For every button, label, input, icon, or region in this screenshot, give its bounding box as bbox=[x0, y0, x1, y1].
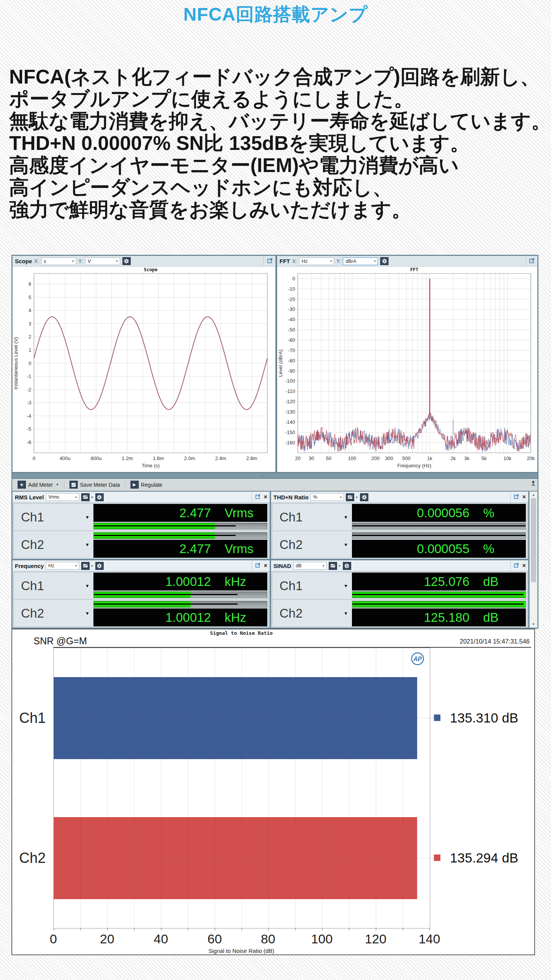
svg-text:2.4m: 2.4m bbox=[215, 455, 226, 461]
chevron-down-icon: ▼ bbox=[75, 565, 77, 567]
channel-selector[interactable]: Ch2▼ bbox=[14, 531, 93, 558]
meter-unit: % bbox=[483, 506, 521, 520]
svg-text:Scope: Scope bbox=[144, 267, 157, 272]
x-tick-label: 0 bbox=[38, 932, 69, 946]
pin-icon[interactable] bbox=[530, 480, 536, 487]
scope-y-units-combo[interactable]: V▼ bbox=[85, 257, 120, 265]
gear-icon[interactable] bbox=[380, 257, 389, 265]
meter-view-button[interactable] bbox=[81, 493, 90, 501]
chevron-down-icon: ▼ bbox=[56, 483, 59, 486]
popout-icon[interactable] bbox=[267, 257, 273, 265]
chevron-down-icon: ▼ bbox=[75, 496, 77, 499]
close-icon[interactable]: × bbox=[522, 494, 526, 500]
fft-chart: FFT 0-10-20-30-40-50-60-70-80-90-100-110… bbox=[277, 267, 537, 472]
meter-title: Frequency bbox=[15, 563, 44, 569]
svg-text:2: 2 bbox=[29, 334, 31, 340]
close-icon[interactable]: × bbox=[264, 563, 267, 569]
level-bar bbox=[93, 532, 267, 539]
chart-title: Signal to Noise Ratio bbox=[53, 630, 429, 636]
meter-view-button[interactable] bbox=[346, 493, 354, 501]
panel-splitter[interactable]: ⋯ ⋯ bbox=[12, 473, 538, 478]
meter-unit-combo[interactable]: Hz▼ bbox=[46, 562, 79, 570]
meter-view-button[interactable] bbox=[81, 562, 90, 570]
scroll-down-icon[interactable]: ▼ bbox=[532, 621, 535, 628]
toolbar-separator bbox=[125, 481, 125, 489]
intro-line: 高感度インイヤーモニター(IEM)や電力消費が高い bbox=[9, 154, 551, 176]
scope-x-units-combo[interactable]: s▼ bbox=[41, 257, 76, 265]
chevron-down-icon: ▼ bbox=[85, 515, 90, 520]
intro-line: ポータブルアンプに使えるようにしました。 bbox=[9, 88, 551, 110]
svg-text:-120: -120 bbox=[285, 399, 295, 404]
meter-body: Ch1▼1.00012kHzCh2▼1.00012kHz bbox=[13, 571, 270, 628]
meters-scrollbar[interactable]: ▲ ▼ bbox=[529, 491, 538, 628]
meter-unit-combo[interactable]: Vrms▼ bbox=[46, 493, 79, 501]
channel-display: 125.180dB bbox=[352, 600, 527, 626]
chevron-down-icon: ▼ bbox=[116, 260, 118, 262]
gear-icon[interactable] bbox=[122, 257, 131, 265]
meter-body: Ch1▼0.000056%Ch2▼0.000055% bbox=[271, 503, 528, 559]
intro-line: 強力で鮮明な音質をお楽しみいただけます。 bbox=[9, 198, 551, 220]
chevron-down-icon: ▼ bbox=[344, 611, 348, 616]
meter-display: 2.477Vrms bbox=[93, 504, 267, 522]
scroll-up-icon[interactable]: ▲ bbox=[532, 492, 535, 498]
channel-selector[interactable]: Ch1▼ bbox=[273, 573, 352, 599]
channel-selector[interactable]: Ch2▼ bbox=[273, 531, 352, 558]
chevron-down-icon: ▼ bbox=[344, 583, 348, 589]
popout-icon[interactable] bbox=[514, 562, 519, 570]
svg-text:5k: 5k bbox=[482, 455, 487, 461]
meter-unit-combo[interactable]: dB▼ bbox=[293, 562, 327, 570]
fft-y-units-combo[interactable]: dBrA▼ bbox=[343, 257, 378, 265]
meter-panel: RMS Level Vrms▼ ▼ × Ch1▼2.477VrmsCh2▼2.4… bbox=[12, 491, 270, 559]
meter-value: 0.000055 bbox=[417, 542, 469, 556]
toolbar-separator bbox=[64, 481, 64, 489]
svg-text:5: 5 bbox=[29, 294, 31, 300]
gear-icon[interactable] bbox=[343, 562, 351, 570]
snr-plot-area bbox=[53, 648, 430, 929]
x-tick-label: 40 bbox=[146, 932, 176, 946]
save-meter-data-button[interactable]: Save Meter Data bbox=[67, 480, 122, 490]
svg-text:30: 30 bbox=[309, 455, 314, 461]
snr-chart-panel: Signal to Noise Ratio SNR @G=M 2021/10/1… bbox=[11, 629, 535, 955]
page: NFCA回路搭載アンプ NFCA(ネスト化フィードバック合成アンプ)回路を刷新し… bbox=[0, 0, 551, 980]
level-bar bbox=[352, 591, 526, 598]
regulate-button[interactable]: ▶ Regulate bbox=[128, 480, 165, 490]
close-icon[interactable]: × bbox=[522, 563, 526, 569]
fft-panel: FFT X: Hz▼ Y: dBrA▼ FFT 0-10-20-30-40-50… bbox=[277, 256, 538, 472]
chevron-down-icon: ▼ bbox=[355, 496, 358, 499]
popout-icon[interactable] bbox=[255, 562, 261, 570]
channel-selector[interactable]: Ch1▼ bbox=[14, 504, 93, 530]
channel-selector[interactable]: Ch1▼ bbox=[273, 504, 352, 530]
popout-icon[interactable] bbox=[255, 494, 261, 501]
gear-icon[interactable] bbox=[95, 562, 104, 570]
channel-selector[interactable]: Ch1▼ bbox=[14, 573, 93, 599]
scope-panel: Scope X: s▼ Y: V▼ Scope 6543210-1-2-3-4-… bbox=[12, 256, 276, 472]
intro-line: THD+N 0.00007% SN比 135dBを実現しています。 bbox=[9, 132, 551, 154]
channel-display: 1.00012kHz bbox=[93, 600, 268, 626]
meter-value: 1.00012 bbox=[165, 610, 211, 625]
x-axis-label: X: bbox=[292, 259, 297, 264]
gear-icon[interactable] bbox=[95, 493, 104, 501]
add-meter-button[interactable]: + Add Meter ▼ bbox=[15, 480, 61, 490]
channel-selector[interactable]: Ch2▼ bbox=[14, 600, 93, 626]
scope-panel-title: Scope bbox=[15, 258, 32, 264]
chevron-down-icon: ▼ bbox=[374, 260, 376, 262]
gear-icon[interactable] bbox=[360, 493, 368, 501]
meter-value: 2.477 bbox=[179, 542, 211, 556]
meter-channel-row: Ch2▼1.00012kHz bbox=[14, 600, 268, 626]
level-bar bbox=[93, 601, 267, 608]
popout-icon[interactable] bbox=[514, 494, 519, 501]
scrollbar-thumb[interactable] bbox=[531, 498, 536, 582]
svg-text:-1: -1 bbox=[27, 373, 31, 379]
channel-name: Ch2 bbox=[280, 537, 303, 552]
meter-view-button[interactable] bbox=[329, 562, 337, 570]
channel-selector[interactable]: Ch2▼ bbox=[273, 600, 352, 626]
close-icon[interactable]: × bbox=[264, 494, 267, 500]
meter-unit-combo[interactable]: %▼ bbox=[310, 493, 344, 501]
meter-display: 2.477Vrms bbox=[93, 540, 267, 558]
meter-channel-row: Ch2▼125.180dB bbox=[273, 600, 527, 626]
intro-line: NFCA(ネスト化フィードバック合成アンプ)回路を刷新し、 bbox=[9, 66, 551, 88]
fft-x-units-combo[interactable]: Hz▼ bbox=[299, 257, 334, 265]
save-meter-data-label: Save Meter Data bbox=[80, 482, 120, 488]
popout-icon[interactable] bbox=[529, 257, 535, 265]
meter-panel: SINAD dB▼ ▼ × Ch1▼125.076dBCh2▼125.180dB bbox=[271, 560, 529, 628]
